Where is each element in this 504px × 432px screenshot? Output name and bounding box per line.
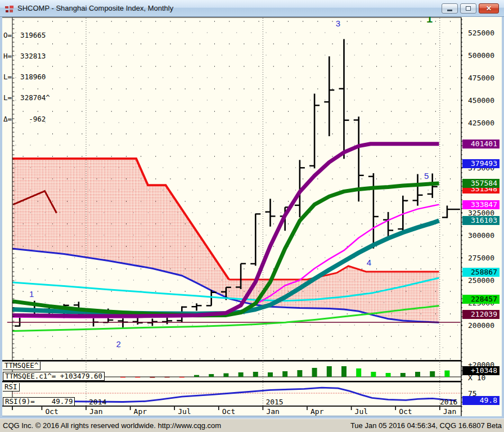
price-tick-label: 300000	[468, 231, 494, 240]
month-label: Jan	[266, 407, 279, 416]
month-label: Oct	[45, 407, 58, 416]
ttmsqee-value-box: TTMSQEE.c1^= +103479.60	[3, 372, 105, 381]
year-label: 2014	[89, 398, 106, 406]
wave-annotation: 3	[336, 19, 340, 28]
quote-open: O= 319665	[3, 32, 50, 39]
status-datetime: Tue Jan 05 2016 04:56:34, CQG 16.6807 Be…	[350, 421, 502, 430]
price-tick-label: 200000	[468, 321, 494, 330]
year-label: 2015	[266, 398, 283, 406]
window-title: SHCOMP - Shanghai Composite Index, Month…	[17, 4, 173, 12]
price-badge: 316103	[462, 216, 500, 225]
price-tick-label: 425000	[468, 119, 494, 127]
close-icon: ✕	[486, 5, 492, 12]
restore-icon	[466, 6, 471, 11]
price-badge: +10348	[462, 366, 500, 375]
price-chart[interactable]: OctJanAprJulOctJanAprJulOctJan2014201520…	[2, 17, 462, 416]
month-label: Jan	[89, 407, 102, 416]
quote-low: L= 318960	[3, 74, 50, 80]
price-tick-label: 250000	[468, 276, 494, 285]
restore-button[interactable]	[460, 3, 476, 14]
price-badge: 401401	[462, 140, 500, 148]
title-bar[interactable]: SHCOMP - Shanghai Composite Index, Month…	[0, 0, 504, 17]
minimize-button[interactable]	[442, 3, 458, 14]
status-bar: CQG Inc. © 2016 All rights reserved worl…	[0, 418, 504, 432]
quote-last: L= 328704^	[3, 94, 50, 101]
ttmsqee-label: TTMSQEE^	[3, 362, 40, 370]
price-badge: 49.8	[462, 396, 500, 405]
keltner-band-upper-zone-fill	[12, 159, 229, 299]
month-label: Oct	[222, 407, 235, 416]
month-label: Jul	[178, 407, 191, 416]
rsi-value-box: RSI(9)= 49.79	[3, 397, 75, 406]
price-axis[interactable]: 5250005000004750004500004250003750003250…	[462, 17, 502, 416]
quote-display: O= 319665 H= 332813 L= 318960 L= 328704^…	[3, 18, 50, 137]
price-badge: 333847	[462, 200, 500, 209]
month-label: Apr	[134, 407, 147, 416]
wave-annotation: 2	[116, 339, 120, 349]
quote-high: H= 332813	[3, 53, 50, 60]
minimize-icon	[447, 10, 452, 11]
wave-annotation: 1	[426, 17, 433, 25]
rsi-line	[14, 388, 456, 402]
month-label: Jul	[355, 407, 368, 416]
price-badge: 357584	[462, 179, 500, 188]
wave-annotation: 5	[424, 171, 429, 181]
quote-delta: Δ= -962	[3, 116, 50, 123]
month-label: Oct	[399, 407, 412, 416]
wave-annotation: 4	[367, 258, 371, 267]
price-badge: 379493	[462, 159, 500, 168]
pane-separator	[2, 381, 461, 382]
price-tick-label: 475000	[468, 74, 494, 82]
chart-area[interactable]: OctJanAprJulOctJanAprJulOctJan2014201520…	[2, 17, 462, 416]
price-badge: 258867	[462, 268, 500, 277]
close-button[interactable]: ✕	[479, 3, 499, 14]
price-badge: 212039	[462, 310, 500, 319]
price-tick-label: 275000	[468, 254, 494, 262]
wave-annotation: 1	[29, 289, 34, 299]
cqg-app-icon	[5, 5, 14, 12]
price-tick-label: 500000	[468, 51, 494, 60]
month-label: Jan	[443, 407, 456, 416]
ttmsqee-histogram	[120, 366, 449, 378]
pane-separator	[2, 360, 461, 362]
year-label: 2016	[440, 398, 457, 406]
price-badge: 228457	[462, 295, 500, 304]
price-tick-label: 525000	[468, 29, 494, 37]
rsi-label: RSI	[3, 383, 20, 392]
month-label: Apr	[310, 407, 324, 416]
app-window: SHCOMP - Shanghai Composite Index, Month…	[0, 0, 504, 432]
status-copyright: CQG Inc. © 2016 All rights reserved worl…	[3, 421, 221, 430]
price-tick-label: 450000	[468, 96, 494, 105]
